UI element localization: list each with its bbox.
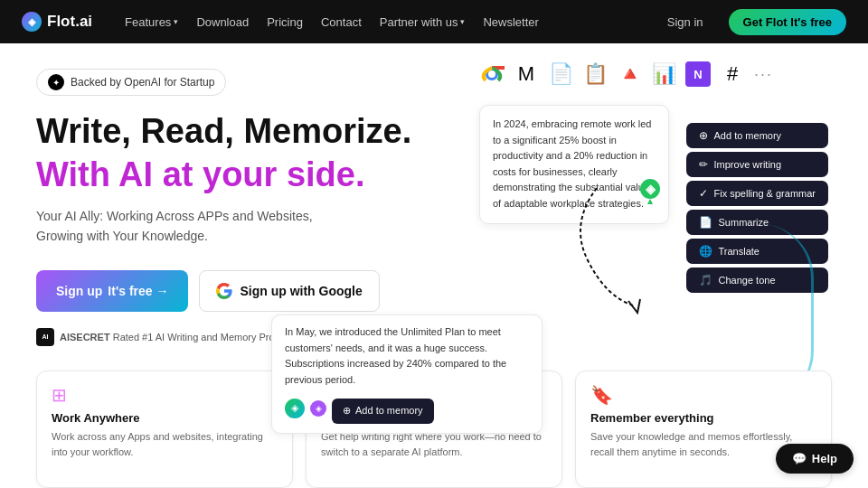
nav-newsletter[interactable]: Newsletter xyxy=(483,15,538,29)
nav-download[interactable]: Download xyxy=(196,15,249,29)
remember-icon: 🔖 xyxy=(590,384,816,406)
nav-partner[interactable]: Partner with us ▾ xyxy=(380,15,466,29)
chevron-down-icon-2: ▾ xyxy=(460,17,465,26)
mini-preview-box: In May, we introduced the Unlimited Plan… xyxy=(271,314,542,434)
chrome-icon xyxy=(479,61,505,87)
nav-signin[interactable]: Sign in xyxy=(667,15,703,29)
popup-item-label-2: Improve writing xyxy=(714,159,782,170)
nav-contact[interactable]: Contact xyxy=(321,15,362,29)
notion-icon: N xyxy=(685,61,711,87)
slack-icon: # xyxy=(720,61,745,87)
more-apps-icon: ··· xyxy=(754,65,773,84)
google-icon xyxy=(216,283,232,299)
backed-badge: ✦ Backed by OpenAI for Startup xyxy=(36,69,226,96)
add-memory-chip-icon: ⊕ xyxy=(343,403,351,419)
popup-fix-spelling[interactable]: ✓ Fix spelling & grammar xyxy=(686,181,828,206)
signup-label: Sign up xyxy=(56,284,102,298)
add-memory-chip-label: Add to memory xyxy=(355,403,423,419)
mini-flot-icon-2: ◈ xyxy=(310,400,326,417)
cta-buttons: Sign up It's free → Sign up with Google xyxy=(36,270,470,312)
svg-marker-5 xyxy=(647,199,653,204)
card-title-3: Remember everything xyxy=(590,411,816,425)
sheets-icon: 📋 xyxy=(582,61,608,87)
signup-button[interactable]: Sign up It's free → xyxy=(36,270,188,312)
signup-google-button[interactable]: Sign up with Google xyxy=(199,270,379,312)
docs-icon: 📄 xyxy=(548,61,573,87)
hero-title-1: Write, Read, Memorize. xyxy=(36,112,470,152)
aisecret-logo-icon: AI xyxy=(36,328,54,346)
flot-pin-icon: ◈ xyxy=(638,177,662,204)
popup-item-label-5: Translate xyxy=(719,246,760,257)
navbar: ◈ Flot.ai Features ▾ Download Pricing Co… xyxy=(0,0,868,43)
nav-features[interactable]: Features ▾ xyxy=(125,15,178,29)
popup-item-label-3: Fix spelling & grammar xyxy=(714,188,816,199)
card-title-1: Work Anywhere xyxy=(52,411,278,425)
popup-add-memory[interactable]: ⊕ Add to memory xyxy=(686,123,828,148)
logo-icon: ◈ xyxy=(22,12,42,32)
nav-links: Features ▾ Download Pricing Contact Part… xyxy=(125,15,539,29)
slides-icon: 📊 xyxy=(651,61,676,87)
gmail-icon: M xyxy=(514,61,539,87)
mini-add-memory-chip[interactable]: ⊕ Add to memory xyxy=(332,399,434,424)
app-icons-row: M 📄 📋 🔺 📊 N # ··· xyxy=(470,61,832,87)
help-button[interactable]: 💬 Help xyxy=(776,444,854,474)
improve-writing-icon: ✏ xyxy=(699,158,708,171)
logo-text: Flot.ai xyxy=(47,13,92,31)
nav-cta-button[interactable]: Get Flot It's free xyxy=(729,9,846,35)
logo[interactable]: ◈ Flot.ai xyxy=(22,12,92,32)
popup-item-label: Add to memory xyxy=(714,130,782,141)
chat-icon: 💬 xyxy=(792,452,807,465)
mini-preview-content: In May, we introduced the Unlimited Plan… xyxy=(285,326,506,385)
popup-improve-writing[interactable]: ✏ Improve writing xyxy=(686,152,828,177)
work-anywhere-icon: ⊞ xyxy=(52,384,278,406)
svg-point-2 xyxy=(488,70,495,78)
openai-icon: ✦ xyxy=(48,74,64,90)
mini-flot-icon: ◈ xyxy=(285,399,305,418)
card-desc-1: Work across any Apps and websites, integ… xyxy=(52,429,278,459)
svg-text:◈: ◈ xyxy=(645,182,656,196)
google-signup-label: Sign up with Google xyxy=(240,284,362,298)
deco-arrow xyxy=(542,170,705,314)
drive-icon: 🔺 xyxy=(617,61,642,87)
popup-summarize[interactable]: 📄 Summarize xyxy=(686,210,828,235)
chevron-down-icon: ▾ xyxy=(174,17,178,26)
hero-subtitle: Your AI Ally: Working Across APPs and We… xyxy=(36,207,470,246)
add-memory-icon: ⊕ xyxy=(699,129,708,142)
signup-sub: It's free → xyxy=(108,284,168,298)
help-label: Help xyxy=(812,452,837,465)
hero-title-2: With AI at your side. xyxy=(36,155,470,195)
card-work-anywhere: ⊞ Work Anywhere Work across any Apps and… xyxy=(36,371,293,488)
nav-pricing[interactable]: Pricing xyxy=(267,15,303,29)
badge-text: Backed by OpenAI for Startup xyxy=(71,76,214,89)
